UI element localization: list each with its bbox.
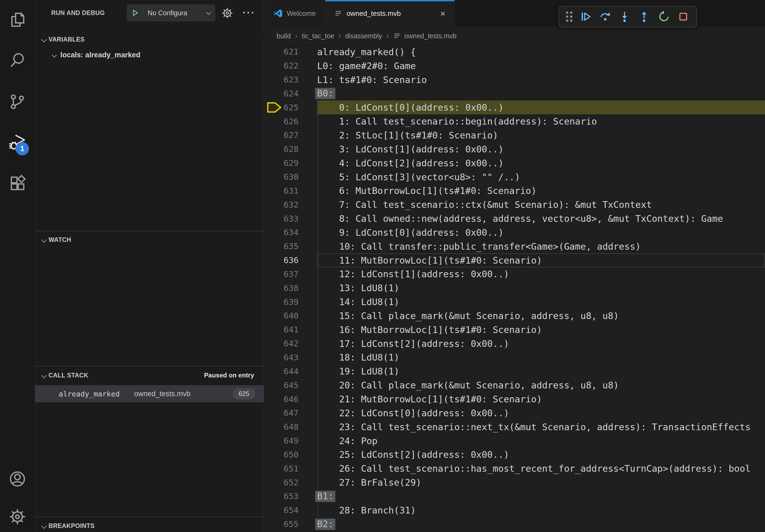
line-content[interactable]: 10: Call transfer::public_transfer<Game>… (317, 239, 765, 253)
code-line[interactable]: 639 14: LdU8(1) (264, 295, 765, 309)
line-content[interactable]: 12: LdConst[1](address: 0x00..) (317, 267, 765, 281)
debug-stop-icon[interactable] (677, 10, 689, 23)
line-content[interactable]: 5: LdConst[3](vector<u8>: "" /..) (317, 170, 765, 184)
account-icon[interactable] (9, 470, 26, 488)
code-line[interactable]: 646 21: MutBorrowLoc[1](ts#1#0: Scenario… (264, 392, 765, 406)
code-line[interactable]: 632 7: Call test_scenario::ctx(&mut Scen… (264, 198, 765, 212)
line-content[interactable]: 20: Call place_mark(&mut Scenario, addre… (317, 378, 765, 392)
code-line[interactable]: 648 23: Call test_scenario::next_tx(&mut… (264, 420, 765, 434)
line-content[interactable]: 24: Pop (317, 434, 765, 448)
gutter[interactable]: 632 (264, 198, 317, 212)
gutter[interactable]: 653 (264, 489, 317, 503)
search-icon[interactable] (9, 51, 26, 69)
line-content[interactable]: L0: game#2#0: Game (317, 59, 765, 73)
line-content[interactable]: 4: LdConst[2](address: 0x00..) (317, 156, 765, 170)
debug-step-out-icon[interactable] (638, 10, 650, 23)
gutter[interactable]: 649 (264, 434, 317, 448)
code-line[interactable]: 647 22: LdConst[0](address: 0x00..) (264, 406, 765, 420)
gutter[interactable]: 634 (264, 226, 317, 239)
more-actions-icon[interactable]: ··· (241, 4, 258, 21)
gutter[interactable]: 645 (264, 378, 317, 392)
debug-step-over-icon[interactable] (599, 10, 611, 23)
gutter[interactable]: 628 (264, 142, 317, 156)
explorer-icon[interactable] (9, 11, 26, 28)
gutter[interactable]: 631 (264, 184, 317, 198)
close-tab-icon[interactable]: × (432, 9, 445, 18)
line-content[interactable]: 9: LdConst[0](address: 0x00..) (317, 226, 765, 239)
debug-config-dropdown[interactable]: No Configura (127, 4, 215, 21)
line-content[interactable]: 0: LdConst[0](address: 0x00..) (317, 101, 765, 115)
line-content[interactable]: 27: BrFalse(29) (317, 475, 765, 489)
code-line[interactable]: 651 26: Call test_scenario::has_most_rec… (264, 461, 765, 475)
gutter[interactable]: 633 (264, 212, 317, 226)
gutter[interactable]: 652 (264, 475, 317, 489)
variables-section-header[interactable]: VARIABLES (35, 32, 264, 47)
line-content[interactable]: 14: LdU8(1) (317, 295, 765, 309)
gutter[interactable]: 654 (264, 503, 317, 517)
breadcrumb-item[interactable]: tic_tac_toe (302, 32, 334, 40)
debug-step-into-icon[interactable] (618, 10, 631, 23)
gutter[interactable]: 624 (264, 87, 317, 101)
start-debug-play-icon[interactable] (127, 4, 143, 21)
call-stack-section-header[interactable]: CALL STACK Paused on entry (35, 368, 264, 383)
code-line[interactable]: 652 27: BrFalse(29) (264, 475, 765, 489)
variables-locals-row[interactable]: locals: already_marked (35, 47, 264, 63)
breadcrumb-item[interactable]: owned_tests.mvb (393, 32, 456, 40)
line-content[interactable]: 7: Call test_scenario::ctx(&mut Scenario… (317, 198, 765, 212)
line-content[interactable]: 11: MutBorrowLoc[1](ts#1#0: Scenario) (317, 253, 765, 267)
line-content[interactable]: 18: LdU8(1) (317, 351, 765, 365)
line-content[interactable]: 2: StLoc[1](ts#1#0: Scenario) (317, 128, 765, 142)
gutter[interactable]: 639 (264, 295, 317, 309)
line-content[interactable]: 17: LdConst[2](address: 0x00..) (317, 337, 765, 351)
gutter[interactable]: 623 (264, 73, 317, 87)
breadcrumb-item[interactable]: disassembly (345, 32, 382, 40)
code-line[interactable]: 626 1: Call test_scenario::begin(address… (264, 115, 765, 128)
code-line[interactable]: 628 3: LdConst[1](address: 0x00..) (264, 142, 765, 156)
gutter[interactable]: 627 (264, 128, 317, 142)
code-line[interactable]: 622L0: game#2#0: Game (264, 59, 765, 73)
code-line[interactable]: 633 8: Call owned::new(address, address,… (264, 212, 765, 226)
gutter[interactable]: 636 (264, 253, 317, 267)
gutter[interactable]: 625 (264, 101, 317, 115)
gutter[interactable]: 643 (264, 351, 317, 365)
code-line[interactable]: 623L1: ts#1#0: Scenario (264, 73, 765, 87)
extensions-icon[interactable] (9, 175, 26, 192)
code-line[interactable]: 625 0: LdConst[0](address: 0x00..) (264, 101, 765, 115)
code-line[interactable]: 627 2: StLoc[1](ts#1#0: Scenario) (264, 128, 765, 142)
gutter[interactable]: 622 (264, 59, 317, 73)
code-line[interactable]: 640 15: Call place_mark(&mut Scenario, a… (264, 309, 765, 323)
code-line[interactable]: 624B0: (264, 87, 765, 101)
debug-settings-gear-icon[interactable] (221, 7, 234, 19)
gutter[interactable]: 647 (264, 406, 317, 420)
gutter[interactable]: 637 (264, 267, 317, 281)
gutter[interactable]: 638 (264, 281, 317, 295)
code-line[interactable]: 637 12: LdConst[1](address: 0x00..) (264, 267, 765, 281)
breakpoints-section-header[interactable]: BREAKPOINTS (35, 518, 264, 532)
code-line[interactable]: 654 28: Branch(31) (264, 503, 765, 517)
code-line[interactable]: 629 4: LdConst[2](address: 0x00..) (264, 156, 765, 170)
code-line[interactable]: 621already_marked() { (264, 45, 765, 59)
gutter[interactable]: 642 (264, 337, 317, 351)
code-line[interactable]: 641 16: MutBorrowLoc[1](ts#1#0: Scenario… (264, 323, 765, 337)
debug-continue-icon[interactable] (579, 10, 592, 23)
line-content[interactable]: 6: MutBorrowLoc[1](ts#1#0: Scenario) (317, 184, 765, 198)
line-content[interactable]: 8: Call owned::new(address, address, vec… (317, 212, 765, 226)
line-content[interactable]: 1: Call test_scenario::begin(address): S… (317, 115, 765, 128)
line-content[interactable]: 28: Branch(31) (317, 503, 765, 517)
debug-restart-icon[interactable] (657, 10, 670, 23)
line-content[interactable]: 15: Call place_mark(&mut Scenario, addre… (317, 309, 765, 323)
line-content[interactable]: L1: ts#1#0: Scenario (317, 73, 765, 87)
gutter[interactable]: 640 (264, 309, 317, 323)
gutter[interactable]: 621 (264, 45, 317, 59)
line-content[interactable]: 23: Call test_scenario::next_tx(&mut Sce… (317, 420, 765, 434)
code-line[interactable]: 635 10: Call transfer::public_transfer<G… (264, 239, 765, 253)
tab-welcome[interactable]: Welcome (264, 0, 325, 27)
gutter[interactable]: 646 (264, 392, 317, 406)
line-content[interactable]: B0: (317, 87, 765, 101)
line-content[interactable]: 3: LdConst[1](address: 0x00..) (317, 142, 765, 156)
gutter[interactable]: 648 (264, 420, 317, 434)
code-line[interactable]: 636 11: MutBorrowLoc[1](ts#1#0: Scenario… (264, 253, 765, 267)
code-line[interactable]: 653B1: (264, 489, 765, 503)
code-line[interactable]: 649 24: Pop (264, 434, 765, 448)
gutter[interactable]: 650 (264, 448, 317, 461)
